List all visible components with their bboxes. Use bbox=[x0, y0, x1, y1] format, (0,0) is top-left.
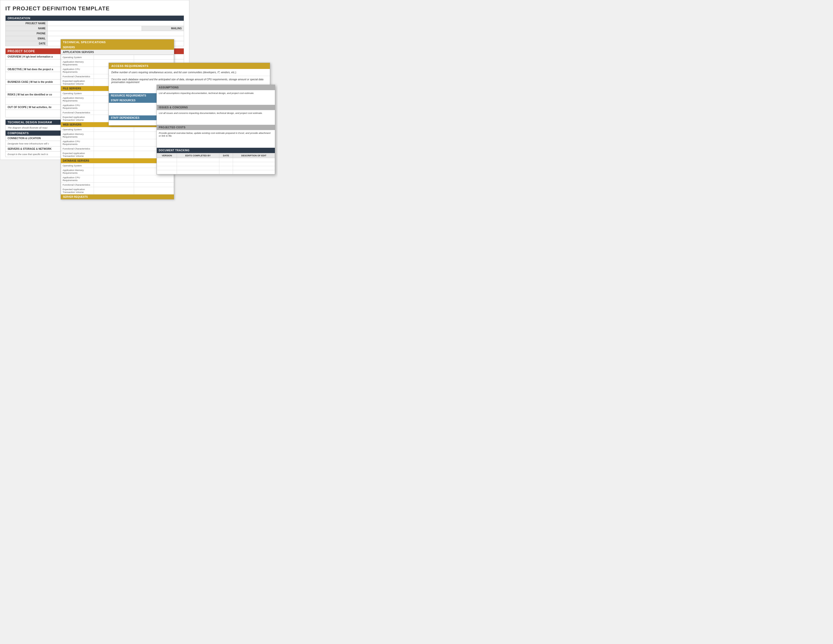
name-label: NAME bbox=[6, 26, 48, 31]
access-desc: Define number of users requiring simulta… bbox=[109, 69, 270, 76]
tracking-table: VERSION EDITS COMPLETED BY DATE DESCRIPT… bbox=[157, 153, 275, 174]
table-row bbox=[157, 170, 275, 174]
page-title: IT PROJECT DEFINITION TEMPLATE bbox=[5, 5, 184, 12]
version-col: VERSION bbox=[157, 153, 177, 158]
assumptions-desc: List all assumptions impacting documenta… bbox=[157, 90, 275, 103]
os-label: Operating System bbox=[61, 55, 94, 60]
func-char-label: Functional Characteristics bbox=[61, 74, 94, 79]
table-row bbox=[157, 158, 275, 162]
table-row: Functional Characteristics bbox=[61, 183, 174, 187]
table-row: Expected Application Transaction Volume bbox=[61, 187, 174, 195]
tracking-header-row: VERSION EDITS COMPLETED BY DATE DESCRIPT… bbox=[157, 153, 275, 158]
mailing-label: MAILING bbox=[142, 26, 184, 31]
app-mem-label: Application Memory Requirements bbox=[61, 60, 94, 67]
server-requests-header: SERVER REQUESTS bbox=[61, 195, 174, 199]
db-desc: Describe each database required and the … bbox=[109, 76, 270, 85]
access-header: ACCESS REQUIREMENTS bbox=[109, 63, 270, 69]
email-label: EMAIL bbox=[6, 36, 48, 41]
project-name-label: PROJECT NAME bbox=[6, 21, 48, 26]
costs-header: PROJECTED COSTS bbox=[157, 125, 275, 130]
date-label: DATE bbox=[6, 41, 48, 46]
phone-label: PHONE bbox=[6, 31, 48, 36]
table-row: Application CPU Requirements bbox=[61, 175, 174, 183]
desc-col: DESCRIPTION OF EDIT bbox=[233, 153, 275, 158]
tracking-header: DOCUMENT TRACKING bbox=[157, 148, 275, 153]
table-row: Operating System bbox=[61, 55, 174, 60]
table-row bbox=[157, 162, 275, 166]
document-tracking: DOCUMENT TRACKING VERSION EDITS COMPLETE… bbox=[157, 148, 275, 174]
servers-sub-header: SERVERS bbox=[61, 45, 174, 50]
exp-vol-label: Expected Application Transaction Volume bbox=[61, 79, 94, 86]
app-servers-header: APPLICATION SERVERS bbox=[61, 50, 174, 55]
date-col: DATE bbox=[219, 153, 233, 158]
assumptions-document: ASSUMPTIONS List all assumptions impacti… bbox=[156, 85, 275, 174]
costs-desc: Provide general overview below, update e… bbox=[157, 130, 275, 143]
edits-col: EDITS COMPLETED BY bbox=[177, 153, 219, 158]
issues-header: ISSUES & CONCERNS bbox=[157, 105, 275, 110]
app-cpu-label: Application CPU Requirements bbox=[61, 67, 94, 74]
issues-desc: List all issues and concerns impacting d… bbox=[157, 110, 275, 123]
org-header: ORGANIZATION bbox=[6, 16, 184, 21]
table-row bbox=[157, 166, 275, 170]
assumptions-header: ASSUMPTIONS bbox=[157, 85, 275, 90]
tech-specs-header: TECHNICAL SPECIFICATIONS bbox=[61, 39, 174, 45]
